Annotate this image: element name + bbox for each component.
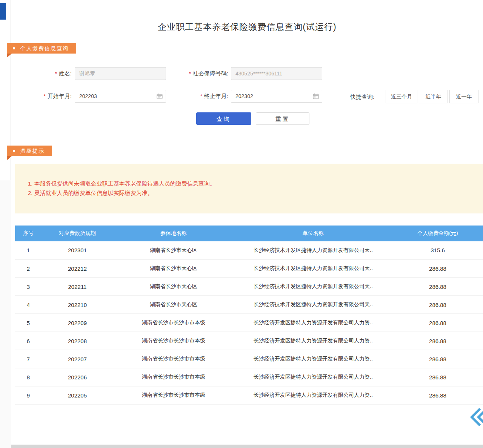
double-chevron-left-icon[interactable] [468, 407, 483, 427]
sidebar-accent [0, 3, 6, 20]
cell-place: 湖南省长沙市天心区 [113, 241, 234, 259]
col-header-place: 参保地名称 [113, 226, 234, 241]
cell-seq: 2 [15, 259, 42, 278]
cell-employer: 长沙经济技术开发区捷特人力资源开发有限公司天.. [234, 296, 392, 314]
cell-amount: 286.88 [392, 332, 483, 350]
cell-seq: 1 [15, 241, 42, 259]
quick-btn-6months[interactable]: 近半年 [419, 90, 448, 103]
end-month-field-wrap [231, 90, 322, 103]
badge-fold [7, 54, 12, 58]
cell-period: 202206 [42, 368, 113, 386]
ssn-label: *社会保障号码: [172, 70, 228, 77]
bottom-strip [11, 445, 483, 448]
cell-employer: 长沙经济开发区捷特人力资源开发有限公司人力资.. [234, 332, 392, 350]
cell-seq: 4 [15, 296, 42, 314]
required-mark: * [55, 71, 57, 77]
cell-period: 202301 [42, 241, 113, 259]
start-month-field-wrap [75, 90, 166, 103]
badge-fold [7, 156, 12, 160]
quick-query-label: 快捷查询: [350, 94, 374, 101]
name-label: *姓名: [23, 70, 72, 77]
cell-period: 202207 [42, 350, 113, 368]
cell-place: 湖南省长沙市天心区 [113, 259, 234, 278]
section-badge-query: 个人缴费信息查询 [7, 43, 76, 54]
query-button[interactable]: 查询 [196, 112, 251, 125]
cell-employer: 长沙经济开发区捷特人力资源开发有限公司人力资.. [234, 386, 392, 404]
notice-line-2: 2. 灵活就业人员的缴费单位信息以实际缴费为准。 [15, 188, 483, 198]
table-header-row: 序号 对应费款所属期 参保地名称 单位名称 个人缴费金额(元) [15, 226, 483, 241]
col-header-period: 对应费款所属期 [42, 226, 113, 241]
cell-period: 202205 [42, 386, 113, 404]
cell-period: 202211 [42, 278, 113, 296]
start-month-input[interactable] [75, 90, 166, 103]
cell-place: 湖南省长沙市长沙市市本级 [113, 332, 234, 350]
bullet-dot-icon [13, 47, 15, 49]
cell-place: 湖南省长沙市天心区 [113, 296, 234, 314]
quick-btn-1year[interactable]: 近一年 [449, 90, 478, 103]
cell-employer: 长沙经济开发区捷特人力资源开发有限公司人力资.. [234, 350, 392, 368]
cell-amount: 286.88 [392, 314, 483, 332]
reset-button[interactable]: 重置 [256, 112, 309, 125]
cell-amount: 315.6 [392, 241, 483, 259]
cell-place: 湖南省长沙市长沙市市本级 [113, 386, 234, 404]
section-badge-tips-label: 温馨提示 [20, 148, 45, 154]
table-row: 3 202211 湖南省长沙市天心区 长沙经济技术开发区捷特人力资源开发有限公司… [15, 278, 483, 296]
cell-period: 202212 [42, 259, 113, 278]
cell-period: 202210 [42, 296, 113, 314]
required-mark: * [43, 93, 45, 99]
table-row: 8 202206 湖南省长沙市长沙市市本级 长沙经济开发区捷特人力资源开发有限公… [15, 368, 483, 386]
ssn-field-wrap [231, 67, 322, 80]
table-row: 9 202205 湖南省长沙市长沙市市本级 长沙经济开发区捷特人力资源开发有限公… [15, 386, 483, 404]
quick-btn-3months[interactable]: 近三个月 [386, 90, 417, 103]
page: 企业职工基本养老保险缴费信息查询(试运行) 个人缴费信息查询 *姓名: *社会保… [0, 0, 483, 448]
col-header-amount: 个人缴费金额(元) [392, 226, 483, 241]
notice-line-1: 1. 本服务仅提供尚未领取企业职工基本养老保险待遇人员的缴费信息查询。 [15, 164, 483, 188]
cell-seq: 3 [15, 278, 42, 296]
cell-amount: 286.88 [392, 296, 483, 314]
required-mark: * [200, 93, 202, 99]
cell-place: 湖南省长沙市长沙市市本级 [113, 368, 234, 386]
cell-place: 湖南省长沙市长沙市市本级 [113, 350, 234, 368]
results-table: 序号 对应费款所属期 参保地名称 单位名称 个人缴费金额(元) 1 202301… [15, 226, 483, 405]
end-month-label: *终止年月: [172, 93, 228, 100]
cell-place: 湖南省长沙市长沙市市本级 [113, 314, 234, 332]
cell-employer: 长沙经济开发区捷特人力资源开发有限公司人力资.. [234, 368, 392, 386]
col-header-employer: 单位名称 [234, 226, 392, 241]
cell-employer: 长沙经济技术开发区捷特人力资源开发有限公司天.. [234, 259, 392, 278]
cell-employer: 长沙经济技术开发区捷特人力资源开发有限公司天.. [234, 278, 392, 296]
calendar-icon[interactable] [313, 93, 319, 99]
cell-period: 202208 [42, 332, 113, 350]
col-header-seq: 序号 [15, 226, 42, 241]
cell-period: 202209 [42, 314, 113, 332]
table-row: 4 202210 湖南省长沙市天心区 长沙经济技术开发区捷特人力资源开发有限公司… [15, 296, 483, 314]
cell-employer: 长沙经济开发区捷特人力资源开发有限公司人力资.. [234, 314, 392, 332]
section-badge-tips: 温馨提示 [7, 146, 52, 156]
name-field-wrap [75, 67, 166, 80]
table-row: 2 202212 湖南省长沙市天心区 长沙经济技术开发区捷特人力资源开发有限公司… [15, 259, 483, 278]
table-row: 7 202207 湖南省长沙市长沙市市本级 长沙经济开发区捷特人力资源开发有限公… [15, 350, 483, 368]
cell-amount: 286.88 [392, 278, 483, 296]
section-badge-query-label: 个人缴费信息查询 [20, 45, 69, 51]
calendar-icon[interactable] [157, 93, 163, 99]
bullet-dot-icon [13, 150, 15, 152]
cell-employer: 长沙经济技术开发区捷特人力资源开发有限公司天.. [234, 241, 392, 259]
start-month-label: *开始年月: [23, 93, 72, 100]
cell-place: 湖南省长沙市天心区 [113, 278, 234, 296]
table-row: 5 202209 湖南省长沙市长沙市市本级 长沙经济开发区捷特人力资源开发有限公… [15, 314, 483, 332]
required-mark: * [189, 71, 191, 77]
table-row: 6 202208 湖南省长沙市长沙市市本级 长沙经济开发区捷特人力资源开发有限公… [15, 332, 483, 350]
cell-amount: 286.88 [392, 259, 483, 278]
page-title: 企业职工基本养老保险缴费信息查询(试运行) [11, 21, 483, 33]
notice-box: 1. 本服务仅提供尚未领取企业职工基本养老保险待遇人员的缴费信息查询。 2. 灵… [15, 164, 483, 213]
cell-seq: 7 [15, 350, 42, 368]
cell-seq: 5 [15, 314, 42, 332]
cell-amount: 286.88 [392, 350, 483, 368]
cell-amount: 286.88 [392, 386, 483, 404]
table-row: 1 202301 湖南省长沙市天心区 长沙经济技术开发区捷特人力资源开发有限公司… [15, 241, 483, 259]
name-input [75, 67, 166, 80]
cell-amount: 286.88 [392, 368, 483, 386]
cell-seq: 9 [15, 386, 42, 404]
ssn-input [231, 67, 322, 80]
cell-seq: 8 [15, 368, 42, 386]
end-month-input[interactable] [231, 90, 322, 103]
